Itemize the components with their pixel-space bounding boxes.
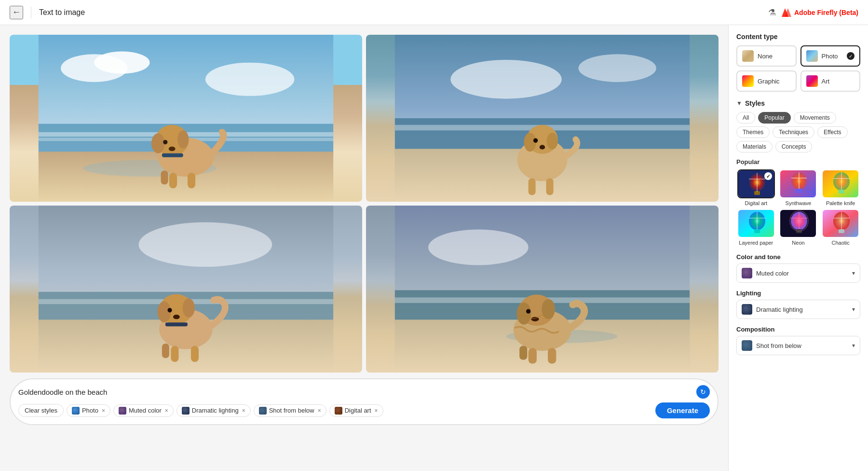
content-type-art[interactable]: Art [800, 70, 861, 92]
composition-dropdown[interactable]: Shot from below ▾ [736, 336, 860, 355]
content-type-photo[interactable]: Photo ✓ [800, 45, 861, 67]
generated-image-2[interactable] [366, 35, 719, 202]
prompt-input[interactable] [18, 388, 696, 396]
dd-muted-icon [742, 268, 752, 278]
svg-rect-72 [796, 189, 802, 193]
style-item-digital-art[interactable]: ✓ Digital art [736, 169, 776, 206]
ct-photo-label: Photo [822, 53, 838, 60]
image-grid [10, 35, 719, 373]
styles-chevron: ▼ [736, 100, 742, 107]
style-name-chaotic: Chaotic [832, 240, 850, 246]
adobe-logo: Adobe Firefly (Beta) [782, 8, 858, 17]
style-name-synthwave: Synthwave [786, 200, 812, 206]
popular-label: Popular [736, 158, 860, 166]
tag-icon-dramatic [182, 407, 190, 415]
app-header: ← Text to image ⚗ Adobe Firefly (Beta) [0, 0, 868, 25]
style-item-chaotic[interactable]: Chaotic [821, 209, 860, 246]
content-type-graphic[interactable]: Graphic [736, 70, 797, 92]
content-type-grid: None Photo ✓ Graphic Art [736, 45, 860, 92]
tag-close-photo[interactable]: × [102, 407, 105, 414]
flask-icon: ⚗ [768, 7, 776, 18]
style-item-synthwave[interactable]: Synthwave [779, 169, 818, 206]
content-type-none[interactable]: None [736, 45, 797, 67]
color-tone-chevron: ▾ [852, 270, 855, 277]
tag-label-muted: Muted color [129, 407, 162, 414]
image-svg-2 [366, 35, 719, 202]
filter-tab-materials[interactable]: Materials [736, 141, 773, 152]
tag-icon-digital [335, 407, 342, 415]
content-type-section-title: Content type [736, 33, 860, 41]
style-thumb-palette-knife [822, 169, 859, 198]
generated-image-3[interactable] [10, 206, 362, 373]
neon-thumb-svg [780, 210, 817, 238]
filter-tab-effects[interactable]: Effects [817, 126, 847, 138]
style-item-layered-paper[interactable]: Layered paper [736, 209, 776, 246]
svg-rect-62 [519, 346, 527, 360]
style-thumb-neon [779, 209, 817, 238]
palette-knife-thumb-svg [823, 170, 859, 198]
svg-point-18 [169, 147, 176, 151]
tag-label-photo: Photo [82, 407, 98, 414]
tag-muted-color[interactable]: Muted color × [113, 404, 174, 417]
svg-rect-15 [169, 173, 177, 188]
svg-rect-84 [754, 229, 760, 233]
generated-image-1[interactable] [10, 35, 362, 202]
color-tone-value: Muted color [756, 270, 789, 277]
filter-tab-all[interactable]: All [736, 112, 755, 124]
svg-point-47 [173, 315, 180, 319]
lighting-dropdown[interactable]: Dramatic lighting ▾ [736, 300, 860, 319]
styles-header[interactable]: ▼ Styles [736, 99, 860, 107]
svg-rect-45 [191, 346, 199, 362]
style-thumb-chaotic [822, 209, 859, 238]
filter-tab-techniques[interactable]: Techniques [773, 126, 814, 138]
svg-point-48 [167, 308, 172, 312]
tag-close-shot[interactable]: × [318, 407, 321, 414]
svg-point-22 [450, 60, 562, 99]
back-button[interactable]: ← [10, 6, 23, 19]
filter-tab-themes[interactable]: Themes [736, 126, 770, 138]
image-area: ↻ Clear styles Photo × Muted color × Dra… [0, 25, 728, 471]
image-svg-4 [366, 206, 719, 373]
tag-close-digital[interactable]: × [375, 407, 378, 414]
ct-none-icon [742, 50, 754, 62]
image-svg-3 [10, 206, 362, 373]
svg-rect-32 [546, 179, 554, 195]
composition-chevron: ▾ [852, 342, 855, 349]
filter-tab-movements[interactable]: Movements [794, 112, 836, 124]
tags-row: Clear styles Photo × Muted color × Drama… [18, 402, 710, 418]
image-svg-1 [10, 35, 362, 202]
tag-shot-from-below[interactable]: Shot from below × [254, 404, 326, 417]
generated-image-4[interactable] [366, 206, 719, 373]
svg-rect-17 [161, 170, 168, 184]
filter-tab-concepts[interactable]: Concepts [775, 141, 813, 152]
svg-rect-49 [165, 322, 188, 326]
dd-shot-icon [742, 340, 752, 351]
color-tone-dropdown[interactable]: Muted color ▾ [736, 263, 860, 283]
svg-point-14 [177, 130, 189, 148]
tag-dramatic-lighting[interactable]: Dramatic lighting × [176, 404, 251, 417]
right-panel: Content type None Photo ✓ Graphic Art ▼ [728, 25, 868, 471]
svg-rect-20 [162, 153, 183, 157]
ct-art-label: Art [822, 78, 830, 85]
style-item-palette-knife[interactable]: Palette knife [821, 169, 860, 206]
svg-rect-46 [162, 344, 169, 358]
filter-tab-popular[interactable]: Popular [758, 112, 790, 124]
tag-photo[interactable]: Photo × [67, 404, 110, 417]
svg-rect-79 [839, 190, 844, 194]
svg-point-51 [428, 230, 529, 265]
tag-digital-art[interactable]: Digital art × [329, 404, 383, 417]
page-title: Text to image [39, 8, 85, 17]
svg-point-36 [138, 222, 272, 267]
recycle-icon[interactable]: ↻ [696, 385, 710, 399]
clear-styles-button[interactable]: Clear styles [18, 404, 64, 417]
style-name-digital-art: Digital art [745, 200, 767, 206]
style-item-neon[interactable]: Neon [779, 209, 818, 246]
tag-close-muted[interactable]: × [165, 407, 168, 414]
svg-point-13 [151, 133, 165, 153]
ct-graphic-icon [742, 75, 754, 87]
header-left: ← Text to image [10, 6, 85, 19]
svg-rect-44 [171, 346, 178, 362]
ct-none-label: None [758, 53, 773, 60]
tag-close-dramatic[interactable]: × [242, 407, 245, 414]
generate-button[interactable]: Generate [655, 402, 710, 418]
